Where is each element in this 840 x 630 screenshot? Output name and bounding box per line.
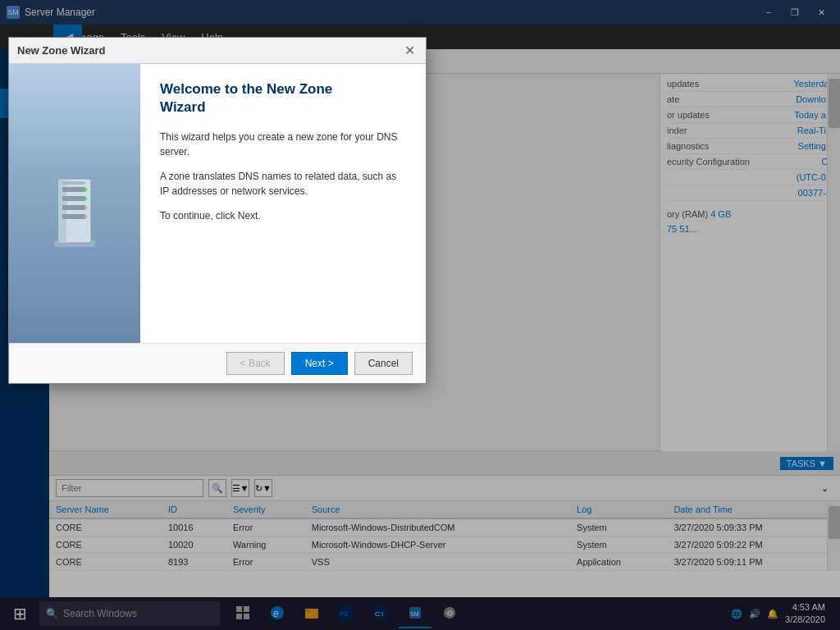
wizard-description-3: To continue, click Next. [160,208,406,223]
modal-overlay: New Zone Wizard ✕ [0,0,840,630]
wizard-close-button[interactable]: ✕ [401,43,418,59]
back-button[interactable]: < Back [226,352,285,375]
svg-rect-4 [62,196,85,201]
wizard-title-bar: New Zone Wizard ✕ [9,38,426,64]
wizard-body: Welcome to the New Zone Wizard This wiza… [9,64,426,343]
svg-point-10 [84,215,87,218]
wizard-footer: < Back Next > Cancel [9,343,426,383]
svg-rect-3 [62,187,85,192]
server-illustration [38,158,112,249]
wizard-image-panel [9,64,140,343]
svg-rect-5 [62,205,85,210]
next-button[interactable]: Next > [291,352,348,375]
svg-rect-11 [62,181,85,185]
svg-point-9 [84,206,87,209]
svg-point-7 [84,188,87,191]
wizard-description-1: This wizard helps you create a new zone … [160,130,406,159]
wizard-title: New Zone Wizard [17,44,106,57]
cancel-button[interactable]: Cancel [354,352,413,375]
wizard-heading: Welcome to the New Zone Wizard [160,80,406,116]
svg-point-8 [84,197,87,200]
svg-rect-6 [62,214,85,219]
wizard-description-2: A zone translates DNS names to related d… [160,169,406,199]
new-zone-wizard: New Zone Wizard ✕ [8,37,427,384]
wizard-content-panel: Welcome to the New Zone Wizard This wiza… [140,64,426,343]
